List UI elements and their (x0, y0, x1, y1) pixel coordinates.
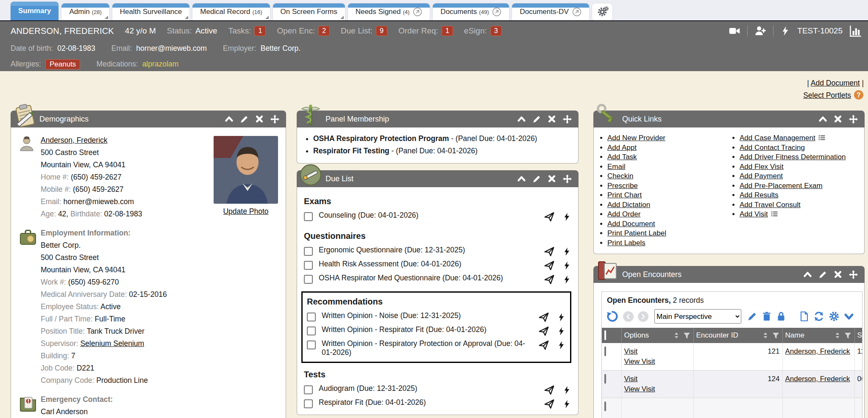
tab-needs-signed[interactable]: Needs Signed (4) (348, 3, 430, 20)
visit-link[interactable]: Visit (624, 347, 638, 355)
quick-link-add-order[interactable]: Add Order (607, 210, 640, 218)
due-list-count-badge[interactable]: 9 (376, 26, 387, 36)
medication-value[interactable]: alprazolam (142, 60, 179, 69)
reset-icon[interactable] (606, 310, 619, 323)
close-icon[interactable] (255, 115, 264, 123)
portlet-header[interactable]: Open Encounters (593, 266, 865, 283)
close-icon[interactable] (834, 115, 842, 123)
select-all-checkbox[interactable] (604, 330, 606, 340)
move-icon[interactable] (562, 174, 572, 184)
perspective-select[interactable]: Main Perspective (654, 309, 741, 324)
edit-perspective-icon[interactable] (747, 311, 757, 321)
quick-link-add-payment[interactable]: Add Payment (740, 172, 783, 180)
quick-link-add-visit[interactable]: Add Visit (740, 210, 768, 218)
due-item-checkbox[interactable] (304, 212, 313, 221)
quick-link-checkin[interactable]: Checkin (607, 172, 633, 180)
move-icon[interactable] (562, 114, 572, 124)
sort-icon[interactable] (762, 332, 769, 339)
add-person-icon[interactable] (754, 25, 766, 37)
close-icon[interactable] (548, 174, 556, 183)
view-visit-link[interactable]: View Visit (624, 357, 655, 365)
portlet-header[interactable]: Demographics (11, 111, 286, 127)
quick-link-add-results[interactable]: Add Results (740, 191, 779, 199)
due-item-checkbox[interactable] (307, 340, 316, 349)
quick-link-add-appt[interactable]: Add Appt (607, 144, 637, 152)
quick-link-add-case-management[interactable]: Add Case Management (740, 134, 815, 142)
expand-icon[interactable] (844, 311, 854, 321)
list-icon[interactable] (818, 134, 826, 141)
lightning-icon[interactable] (562, 399, 571, 409)
lightning-icon[interactable] (562, 260, 571, 271)
quick-link-add-pre-placement-exam[interactable]: Add Pre-Placement Exam (740, 182, 823, 190)
lightning-icon[interactable] (557, 326, 566, 336)
due-item-checkbox[interactable] (304, 399, 313, 408)
update-photo-link[interactable]: Update Photo (223, 205, 268, 218)
refresh-icon[interactable] (813, 311, 824, 322)
encounter-patient-link[interactable]: Anderson, Frederick (785, 347, 850, 355)
list-icon[interactable] (771, 210, 778, 218)
tab-settings-button[interactable] (592, 3, 612, 20)
row-checkbox[interactable] (604, 401, 606, 411)
quick-link-add-driver-fitness-determination[interactable]: Add Driver Fitness Determination (740, 153, 846, 161)
move-icon[interactable] (849, 114, 858, 124)
collapse-icon[interactable] (803, 270, 812, 279)
filter-icon[interactable] (683, 332, 691, 340)
move-icon[interactable] (849, 270, 858, 280)
quick-link-print-chart[interactable]: Print Chart (607, 191, 642, 199)
due-item-checkbox[interactable] (304, 275, 313, 284)
prev-page-icon[interactable] (623, 311, 634, 322)
delete-perspective-icon[interactable] (762, 311, 772, 321)
quick-link-add-new-provider[interactable]: Add New Provider (607, 134, 665, 142)
lightning-icon[interactable] (557, 312, 566, 322)
sort-icon[interactable] (834, 332, 841, 339)
open-enc-count-badge[interactable]: 2 (318, 26, 330, 36)
new-document-icon[interactable] (799, 311, 809, 321)
tab-documents[interactable]: Documents (49) (433, 3, 509, 20)
lightning-icon[interactable] (780, 25, 790, 37)
send-icon[interactable] (544, 260, 555, 271)
quick-link-print-patient-label[interactable]: Print Patient Label (607, 229, 666, 237)
encounter-patient-link[interactable]: Anderson, Frederick (785, 375, 850, 383)
due-item-checkbox[interactable] (304, 385, 313, 394)
send-icon[interactable] (544, 246, 555, 257)
next-page-icon[interactable] (638, 311, 648, 322)
send-icon[interactable] (538, 312, 549, 323)
tab-on-screen-forms[interactable]: On Screen Forms (273, 3, 345, 20)
video-call-icon[interactable] (729, 25, 740, 37)
lightning-icon[interactable] (562, 212, 571, 222)
send-icon[interactable] (544, 211, 555, 222)
external-link-icon[interactable] (413, 7, 422, 17)
view-visit-link[interactable]: View Visit (624, 385, 655, 393)
lightning-icon[interactable] (562, 246, 571, 257)
edit-icon[interactable] (532, 115, 541, 124)
quick-link-add-task[interactable]: Add Task (607, 153, 637, 161)
edit-icon[interactable] (240, 115, 249, 124)
due-item-checkbox[interactable] (304, 261, 313, 270)
patient-name-link[interactable]: Anderson, Frederick (41, 136, 108, 144)
send-icon[interactable] (538, 340, 549, 351)
portlet-header[interactable]: Quick Links (593, 111, 865, 127)
row-checkbox[interactable] (604, 346, 606, 356)
portlet-header[interactable]: Due List (297, 170, 579, 187)
visit-link[interactable]: Visit (624, 375, 638, 383)
supervisor-link[interactable]: Selenium Selenium (80, 339, 144, 348)
settings-gear-icon[interactable] (829, 311, 840, 322)
external-link-icon[interactable] (572, 7, 581, 17)
edit-icon[interactable] (532, 174, 541, 183)
send-icon[interactable] (544, 385, 555, 396)
quick-link-email[interactable]: Email (607, 163, 626, 171)
send-icon[interactable] (544, 399, 555, 410)
portlet-header[interactable]: Panel Membership (297, 111, 579, 127)
allergy-badge[interactable]: Peanuts (45, 59, 80, 69)
lightning-icon[interactable] (562, 385, 571, 395)
move-icon[interactable] (270, 114, 280, 124)
tab-medical-record[interactable]: Medical Record (16) (192, 3, 270, 20)
external-link-icon[interactable] (492, 7, 501, 17)
send-icon[interactable] (538, 326, 549, 337)
tab-health-surveillance[interactable]: Health Surveillance (112, 3, 189, 20)
close-icon[interactable] (834, 270, 842, 279)
send-icon[interactable] (544, 274, 555, 285)
edit-icon[interactable] (818, 270, 827, 279)
due-item-checkbox[interactable] (304, 247, 313, 256)
tasks-count-badge[interactable]: 1 (254, 26, 266, 36)
